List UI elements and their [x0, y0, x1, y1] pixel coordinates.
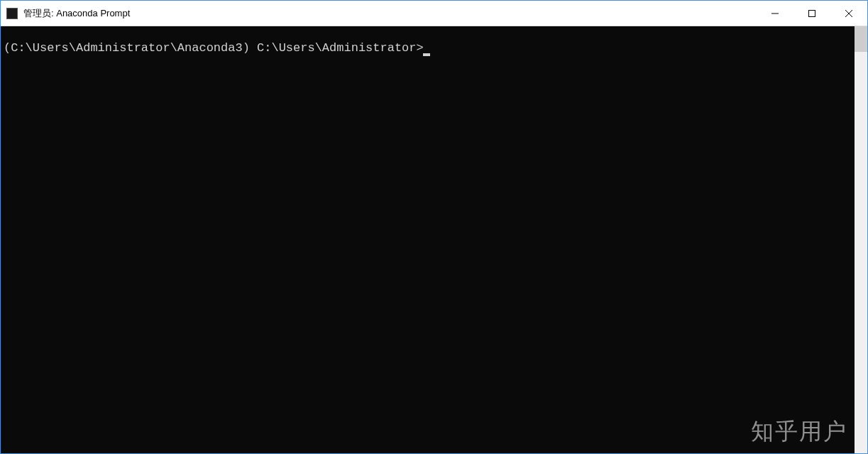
minimize-icon [771, 9, 779, 18]
window-controls [757, 1, 867, 26]
terminal-output[interactable]: (C:\Users\Administrator\Anaconda3) C:\Us… [1, 26, 855, 453]
close-button[interactable] [830, 1, 867, 26]
titlebar[interactable]: 管理员: Anaconda Prompt [1, 1, 867, 26]
maximize-icon [808, 9, 816, 18]
command-prompt: (C:\Users\Administrator\Anaconda3) C:\Us… [4, 41, 424, 55]
cursor [423, 53, 430, 56]
application-window: 管理员: Anaconda Prompt (C:\Users\Administr [0, 0, 868, 454]
terminal-container: (C:\Users\Administrator\Anaconda3) C:\Us… [1, 26, 867, 453]
minimize-button[interactable] [757, 1, 793, 26]
close-icon [845, 9, 853, 18]
maximize-button[interactable] [793, 1, 830, 26]
window-title: 管理员: Anaconda Prompt [23, 7, 757, 20]
vertical-scrollbar[interactable] [855, 26, 867, 453]
svg-rect-1 [809, 10, 815, 16]
terminal-icon [6, 8, 18, 19]
scrollbar-thumb[interactable] [855, 26, 867, 52]
